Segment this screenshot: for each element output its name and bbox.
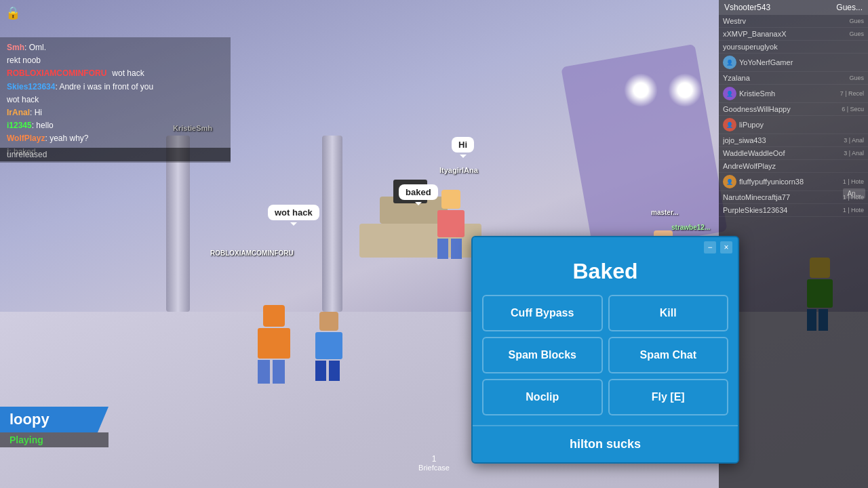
player-role: 7 | Recel xyxy=(840,90,864,97)
hack-menu-footer[interactable]: hilton sucks xyxy=(473,425,738,462)
spam-blocks-button[interactable]: Spam Blocks xyxy=(482,337,603,373)
panel-header: Vshooter543 Gues... xyxy=(719,0,868,15)
chat-text-wothack: wot hack xyxy=(112,67,144,80)
player-name: WaddleWaddleOof xyxy=(723,149,841,157)
player-role: Gues xyxy=(849,30,864,37)
player-name: AndreWolfPlayz xyxy=(723,162,861,170)
lock-icon: 🔒 xyxy=(5,5,20,20)
player-row-yoyonerf[interactable]: 👤 YoYoNerfGamer xyxy=(719,54,868,72)
kill-button[interactable]: Kill xyxy=(608,295,729,331)
player-name: liPupoy xyxy=(739,121,861,129)
bottom-center: 1 Briefcase xyxy=(418,454,450,472)
player-row-purpleskies[interactable]: PurpleSkies123634 1 | Hote xyxy=(719,204,868,217)
hack-menu-buttons: Cuff Bypass Kill Spam Blocks Spam Chat N… xyxy=(473,295,738,425)
player-row-goodness[interactable]: GoodnessWillHappy 6 | Secu xyxy=(719,103,868,116)
chat-text: : Andre i was in front of you xyxy=(55,81,153,94)
briefcase-number: 1 xyxy=(418,454,450,464)
character-blue xyxy=(315,312,342,381)
player-name: yoursuperuglyok xyxy=(723,43,861,51)
chat-name: WolfPlayz xyxy=(7,132,45,145)
player-row-xxmvp[interactable]: xXMVP_BananaxX Gues xyxy=(719,28,868,41)
player-name: fluffypuffyunicorn38 xyxy=(739,178,840,186)
chat-name: Skies123634 xyxy=(7,81,55,94)
chat-line-6: IrAnal : Hi xyxy=(7,106,224,119)
unreleased-bar: unreleased xyxy=(0,148,231,161)
cuff-bypass-button[interactable]: Cuff Bypass xyxy=(482,295,603,331)
player-role: 1 | Hote xyxy=(843,178,864,185)
avatar-icon: 👤 xyxy=(723,56,736,69)
chat-name: IrAnal xyxy=(7,106,30,119)
player-row-yzalana[interactable]: Yzalana Gues xyxy=(719,72,868,85)
chat-text: : Oml. xyxy=(24,41,46,54)
speech-bubble-wothack: wot hack xyxy=(268,205,319,220)
player-role: 3 | Anal xyxy=(844,137,864,144)
glow-eye-left xyxy=(624,73,658,107)
unreleased-label: unreleased xyxy=(7,150,47,159)
speech-bubble-baked: baked xyxy=(399,184,438,200)
chat-text: : Hi xyxy=(30,106,42,119)
avatar-icon: 👤 xyxy=(723,87,736,100)
player-row-kristiesmh[interactable]: 👤 KristieSmh 7 | Recel xyxy=(719,85,868,103)
glow-eye-right xyxy=(668,73,702,107)
character-orange xyxy=(258,305,290,384)
close-button[interactable]: × xyxy=(720,241,732,253)
chat-name: i12345 xyxy=(7,119,32,132)
minimize-button[interactable]: − xyxy=(704,241,716,253)
chat-text: wot hack xyxy=(7,94,39,106)
hack-menu: − × Baked Cuff Bypass Kill Spam Blocks S… xyxy=(471,236,739,464)
player-name-bar: loopy xyxy=(0,407,108,432)
hack-menu-titlebar: − × xyxy=(473,237,738,253)
panel-header-left: Vshooter543 xyxy=(724,3,770,12)
player-row-waddlewaddle[interactable]: WaddleWaddleOof 3 | Anal xyxy=(719,147,868,160)
fly-button[interactable]: Fly [E] xyxy=(608,379,729,415)
top-bar-left: 🔒 xyxy=(5,5,20,20)
chat-panel: Smh : Oml. rekt noob ROBLOXIAMCOMINFORU … xyxy=(0,37,231,163)
player-name: jojo_siwa433 xyxy=(723,136,841,144)
avatar-icon: 👤 xyxy=(723,118,736,131)
username-strawbe: strawbe12... xyxy=(671,224,710,231)
player-row-jojo[interactable]: jojo_siwa433 3 | Anal xyxy=(719,134,868,147)
player-name: Yzalana xyxy=(723,74,846,82)
spam-chat-button[interactable]: Spam Chat xyxy=(608,337,729,373)
chat-text: : yeah why? xyxy=(45,132,88,145)
player-role: 6 | Secu xyxy=(842,106,864,113)
chat-line-8: WolfPlayz : yeah why? xyxy=(7,132,224,145)
chat-line-4: Skies123634 : Andre i was in front of yo… xyxy=(7,81,224,94)
chat-line-1: Smh : Oml. xyxy=(7,41,224,54)
player-row-yoursuperugly[interactable]: yoursuperuglyok xyxy=(719,41,868,54)
player-status-bar: Playing xyxy=(0,432,108,447)
chat-name: ROBLOXIAMCOMINFORU xyxy=(7,67,106,80)
chat-line-5: wot hack xyxy=(7,94,224,106)
player-role: Gues xyxy=(849,18,864,24)
player-name: KristieSmh xyxy=(739,89,837,98)
username-roblox: ROBLOXIAMCOMINFORU xyxy=(210,249,294,257)
briefcase-label: Briefcase xyxy=(418,464,450,472)
player-row-lipupoy[interactable]: 👤 liPupoy xyxy=(719,116,868,134)
player-name: PurpleSkies123634 xyxy=(723,206,840,214)
chat-text: rekt noob xyxy=(7,54,41,67)
pillar-2 xyxy=(322,136,342,312)
hack-menu-title: Baked xyxy=(473,253,738,295)
player-name: xXMVP_BananaxX xyxy=(723,30,846,38)
noclip-button[interactable]: Noclip xyxy=(482,379,603,415)
chat-line-7: i12345 : hello xyxy=(7,119,224,132)
character-blonde xyxy=(437,190,465,259)
player-name: GoodnessWillHappy xyxy=(723,105,839,113)
username-master: master... xyxy=(651,209,679,216)
chat-line-2: rekt noob xyxy=(7,54,224,67)
player-role: Gues xyxy=(849,75,864,81)
chat-name: Smh xyxy=(7,41,24,54)
player-role: 1 | Hote xyxy=(843,207,864,214)
player-name: YoYoNerfGamer xyxy=(739,58,861,66)
player-role: 3 | Anal xyxy=(844,150,864,157)
player-row-westrv[interactable]: Westrv Gues xyxy=(719,15,868,28)
username-ityagirlana: ItyagirlAna xyxy=(439,166,478,174)
speech-bubble-hi: Hi xyxy=(452,137,474,152)
right-panel: Vshooter543 Gues... Westrv Gues xXMVP_Ba… xyxy=(719,0,868,488)
player-name: Westrv xyxy=(723,17,846,25)
avatar-icon: 👤 xyxy=(723,175,736,188)
player-name: NarutoMinecraftja77 xyxy=(723,193,840,201)
chat-line-3: ROBLOXIAMCOMINFORU wot hack xyxy=(7,67,224,80)
panel-header-right: Gues... xyxy=(836,3,863,12)
player-row-andrewolf[interactable]: AndreWolfPlayz xyxy=(719,160,868,173)
